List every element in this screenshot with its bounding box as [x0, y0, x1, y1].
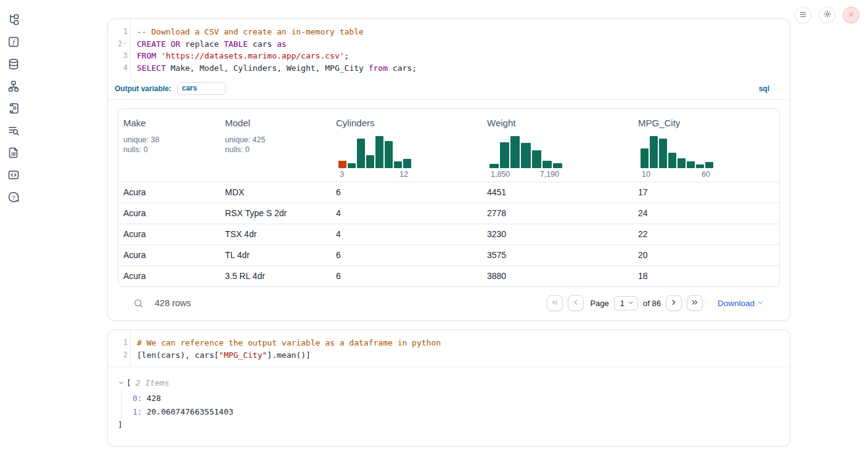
output-variable-label: Output variable: — [115, 84, 171, 93]
notebook-menu-button[interactable] — [795, 7, 811, 23]
table-cell: 6 — [331, 266, 482, 286]
variables-icon[interactable]: f — [7, 35, 20, 49]
column-header-cylinders[interactable]: Cylinders 312 — [331, 118, 482, 179]
code-line: FROM 'https://datasets.marimo.app/cars.c… — [137, 50, 790, 62]
line-number: 2 — [123, 349, 128, 362]
histogram-bar — [366, 155, 374, 168]
shutdown-button[interactable] — [843, 7, 859, 23]
column-name: Model — [225, 118, 326, 128]
python-output: [ 2 Items 0: 428 1: 20.060747663551403 ] — [108, 366, 790, 446]
table-header: Make unique: 38nulls: 0 Model unique: 42… — [118, 109, 779, 182]
table-cell: 4 — [331, 203, 482, 224]
histogram-bar — [375, 136, 383, 168]
line-number: 3 — [123, 50, 128, 62]
chevrons-right-icon — [690, 298, 699, 309]
logs-icon[interactable] — [7, 102, 20, 115]
tracebacks-icon[interactable] — [7, 124, 20, 137]
hist-max-label: 12 — [399, 170, 408, 179]
next-page-button[interactable] — [666, 295, 682, 311]
file-tree-icon[interactable] — [7, 13, 20, 26]
histogram-bar — [394, 161, 402, 168]
column-name: Cylinders — [336, 118, 477, 128]
datasources-icon[interactable] — [7, 57, 20, 71]
table-cell: 4451 — [482, 182, 633, 203]
column-header-weight[interactable]: Weight 1,8507,190 — [482, 118, 633, 179]
python-line-numbers: 1 2 — [108, 330, 130, 366]
output-variable-input[interactable] — [177, 82, 226, 95]
first-page-button[interactable] — [547, 295, 563, 311]
python-code: # We can reference the output variable a… — [130, 330, 790, 366]
help-icon[interactable]: ? — [7, 190, 20, 204]
table-cell: 24 — [633, 203, 779, 224]
table-cell: TSX 4dr — [220, 224, 331, 245]
tree-items-count: 2 Items — [136, 378, 170, 387]
histogram-bar — [521, 143, 530, 168]
table-cell: 4 — [331, 224, 482, 245]
weight-histogram: 1,8507,190 — [489, 136, 562, 179]
dependency-graph-icon[interactable] — [7, 79, 20, 93]
previous-page-button[interactable] — [568, 295, 584, 311]
last-page-button[interactable] — [687, 295, 703, 311]
histogram-bar — [510, 136, 520, 168]
tree-entry: 1: 20.060747663551403 — [133, 405, 780, 418]
column-header-make[interactable]: Make unique: 38nulls: 0 — [118, 118, 220, 179]
table-body: AcuraMDX6445117AcuraRSX Type S 2dr427782… — [118, 182, 779, 286]
column-header-mpg-city[interactable]: MPG_City 1060 — [633, 118, 779, 179]
histogram-bar — [705, 162, 713, 168]
svg-text:f: f — [12, 38, 15, 46]
histogram-bar — [338, 161, 346, 168]
table-cell: 3575 — [482, 245, 633, 265]
python-editor[interactable]: 1 2 # We can reference the output variab… — [108, 330, 790, 366]
tree-collapse-chevron-icon[interactable] — [118, 379, 125, 386]
table-cell: 22 — [633, 224, 779, 245]
column-header-model[interactable]: Model unique: 425nulls: 0 — [220, 118, 331, 179]
fold-chevron-icon[interactable] — [122, 38, 128, 51]
histogram-bar — [403, 159, 411, 168]
settings-button[interactable] — [819, 7, 835, 23]
code-line: [len(cars), cars["MPG_City"].mean()] — [137, 349, 790, 362]
gear-icon — [823, 10, 832, 20]
tree-entry: 0: 428 — [133, 391, 780, 405]
table-cell: 3880 — [482, 266, 633, 286]
chevron-down-icon — [628, 299, 634, 308]
column-stat: unique: 425 — [225, 135, 326, 145]
tree-entries: 0: 428 1: 20.060747663551403 — [121, 391, 780, 418]
page-select[interactable]: 1 — [614, 296, 638, 310]
tree-open-bracket: [ — [126, 378, 131, 387]
code-line: # We can reference the output variable a… — [137, 337, 790, 349]
column-name: Make — [123, 118, 215, 128]
tree-entry-value: 20.060747663551403 — [147, 407, 234, 416]
table-row: AcuraTL 4dr6357520 — [118, 245, 779, 265]
svg-text:?: ? — [12, 194, 15, 201]
table-cell: 20 — [633, 245, 779, 265]
cylinders-histogram: 312 — [338, 136, 411, 179]
table-cell: 6 — [331, 245, 482, 265]
sql-cell-options-row: Output variable: sql — [108, 79, 790, 100]
line-number: 1 — [123, 26, 128, 38]
column-stat: nulls: 0 — [123, 145, 215, 155]
download-button[interactable]: Download — [718, 299, 764, 308]
page-select-value: 1 — [620, 299, 624, 308]
table-row: AcuraTSX 4dr4323022 — [118, 224, 779, 245]
histogram-bar — [553, 163, 562, 168]
table-cell: MDX — [220, 182, 331, 203]
hist-max-label: 7,190 — [540, 170, 559, 179]
search-icon[interactable] — [133, 297, 144, 309]
snippets-icon[interactable] — [7, 168, 20, 182]
sql-editor[interactable]: 1 2 3 4 -- Download a CSV and create an … — [108, 19, 790, 79]
documentation-icon[interactable] — [7, 146, 20, 160]
table-cell: 17 — [633, 182, 779, 203]
chevrons-left-icon — [551, 298, 559, 309]
table-cell: 2778 — [482, 203, 633, 224]
table-cell: Acura — [118, 182, 220, 203]
tree-close-bracket: ] — [118, 420, 780, 432]
close-icon — [848, 10, 854, 20]
table-cell: 3230 — [482, 224, 633, 245]
mpg-city-histogram: 1060 — [641, 136, 713, 179]
histogram-bar — [659, 139, 667, 168]
language-badge[interactable]: sql — [759, 84, 769, 93]
histogram-bar — [641, 148, 649, 168]
python-cell: 1 2 # We can reference the output variab… — [107, 330, 790, 447]
histogram-bar — [668, 153, 676, 168]
chevron-right-icon — [669, 298, 678, 309]
